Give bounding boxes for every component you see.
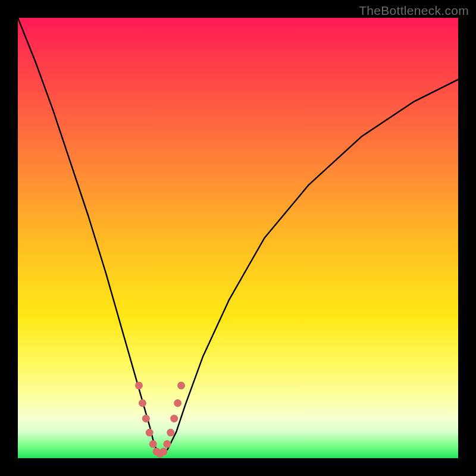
svg-point-9 <box>167 429 174 437</box>
svg-point-1 <box>139 399 146 407</box>
valley-marker-dots <box>135 381 185 458</box>
svg-point-0 <box>135 381 143 389</box>
watermark-text: TheBottleneck.com <box>359 4 469 18</box>
svg-point-12 <box>177 381 185 389</box>
chart-frame: TheBottleneck.com <box>0 0 476 476</box>
svg-point-8 <box>163 440 171 448</box>
svg-point-4 <box>149 440 157 448</box>
svg-point-2 <box>142 415 150 422</box>
svg-point-3 <box>146 429 154 437</box>
chart-svg <box>18 18 458 458</box>
chart-plot-area <box>18 18 458 458</box>
svg-point-10 <box>170 415 178 422</box>
svg-point-11 <box>174 399 181 407</box>
bottleneck-curve-path <box>18 18 458 454</box>
svg-point-7 <box>159 447 167 455</box>
